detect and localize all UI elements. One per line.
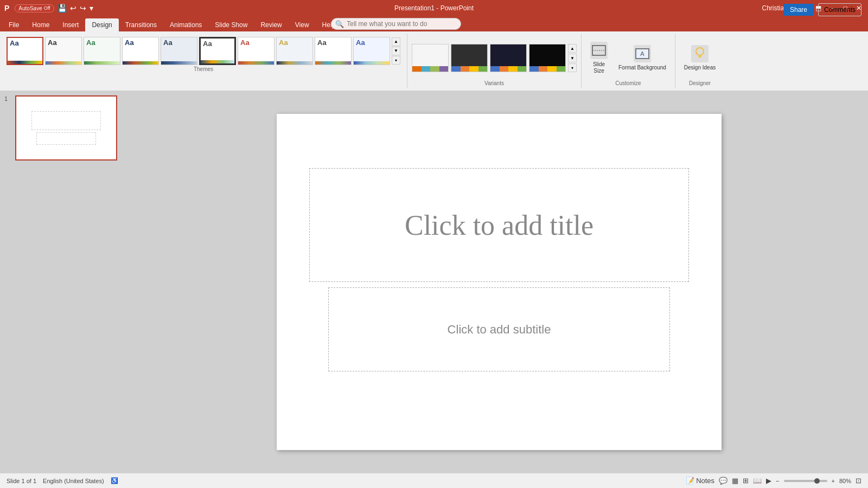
slide-count: Slide 1 of 1 <box>7 478 36 484</box>
redo-button[interactable]: ↪ <box>80 4 86 12</box>
theme-2[interactable]: Aa <box>45 37 82 65</box>
design-ideas-icon <box>691 45 709 62</box>
undo-button[interactable]: ↩ <box>70 4 76 12</box>
slide-panel: 1 <box>0 91 130 473</box>
slide-show-button[interactable]: ▶ <box>766 477 771 485</box>
theme-madison[interactable]: Aa <box>276 37 313 65</box>
theme-facet[interactable]: Aa <box>84 37 120 65</box>
designer-label: Designer <box>678 80 722 88</box>
search-icon: 🔍 <box>335 20 344 28</box>
search-bar[interactable]: 🔍 <box>331 16 461 31</box>
slide-sorter-button[interactable]: ⊞ <box>743 477 749 485</box>
fit-to-window-button[interactable]: ⊡ <box>856 477 861 485</box>
zoom-slider[interactable] <box>784 480 827 482</box>
themes-label: Themes <box>4 66 403 74</box>
themes-section: Aa Aa Aa Aa Aa <box>0 34 407 88</box>
theme-ion[interactable]: Aa <box>238 37 275 65</box>
subtitle-placeholder[interactable]: Click to add subtitle <box>328 287 670 371</box>
slide-number: 1 <box>4 95 12 102</box>
variants-label: Variants <box>412 80 577 88</box>
zoom-minus-button[interactable]: − <box>776 478 779 484</box>
normal-view-button[interactable]: ▦ <box>732 477 738 485</box>
title-placeholder[interactable]: Click to add title <box>309 168 689 282</box>
designer-section: Design Ideas Designer <box>675 34 724 88</box>
slide-size-button[interactable]: SlideSize <box>586 40 612 76</box>
save-button[interactable]: 💾 <box>58 4 67 12</box>
variant-4[interactable] <box>529 44 566 72</box>
search-input[interactable] <box>331 18 461 30</box>
theme-slate[interactable]: Aa <box>353 37 390 65</box>
tab-design[interactable]: Design <box>85 18 118 31</box>
language-indicator: English (United States) <box>43 478 104 484</box>
gallery-up-button[interactable]: ▲ <box>392 37 400 46</box>
powerpoint-logo-icon: P <box>4 4 9 12</box>
design-ideas-label: Design Ideas <box>684 65 716 71</box>
tab-slideshow[interactable]: Slide Show <box>208 18 254 31</box>
design-ideas-button[interactable]: Design Ideas <box>680 43 720 73</box>
slide-thumbnail-item[interactable]: 1 <box>4 95 126 160</box>
accessibility-icon: ♿ <box>111 477 118 484</box>
title-placeholder-text: Click to add title <box>405 209 593 241</box>
variants-scroll: ▲ ▼ ▾ <box>568 44 577 72</box>
tab-home[interactable]: Home <box>25 18 56 31</box>
title-bar: P AutoSave Off 💾 ↩ ↪ ▾ Presentation1 - P… <box>0 0 868 16</box>
tab-view[interactable]: View <box>289 18 316 31</box>
status-bar: Slide 1 of 1 English (United States) ♿ 📝… <box>0 473 868 488</box>
gallery-more-button[interactable]: ▾ <box>392 56 400 65</box>
status-left: Slide 1 of 1 English (United States) ♿ <box>7 477 118 484</box>
svg-point-4 <box>696 48 704 55</box>
comments-panel-button[interactable]: 💬 <box>719 477 727 485</box>
subtitle-placeholder-text: Click to add subtitle <box>448 323 551 337</box>
variants-section: ▲ ▼ ▾ Variants <box>407 34 582 88</box>
svg-text:A: A <box>640 50 644 57</box>
canvas-area: Click to add title Click to add subtitle <box>130 91 868 473</box>
reading-view-button[interactable]: 📖 <box>753 477 762 485</box>
title-bar-left: P AutoSave Off 💾 ↩ ↪ ▾ <box>4 4 93 12</box>
tab-review[interactable]: Review <box>254 18 288 31</box>
status-right: 📝 Notes 💬 ▦ ⊞ 📖 ▶ − + 80% ⊡ <box>686 477 862 485</box>
customize-section: SlideSize A Format Background Customize <box>582 34 675 88</box>
zoom-thumb <box>814 478 820 484</box>
customize-label: Customize <box>584 80 673 88</box>
theme-frame[interactable]: Aa <box>199 37 236 65</box>
customize-qat-button[interactable]: ▾ <box>90 4 93 12</box>
format-background-button[interactable]: A Format Background <box>614 43 671 73</box>
tab-file[interactable]: File <box>2 18 25 31</box>
gallery-down-button[interactable]: ▼ <box>392 47 400 55</box>
share-button[interactable]: Share <box>783 4 814 16</box>
slide-size-label: SlideSize <box>593 61 605 74</box>
slide-size-icon <box>590 42 608 59</box>
window-title: Presentation1 - PowerPoint <box>394 4 474 12</box>
main-area: 1 Click to add title Click to add subtit… <box>0 91 868 473</box>
theme-office[interactable]: Aa <box>7 37 43 65</box>
notes-button[interactable]: 📝 Notes <box>686 477 715 485</box>
tab-transitions[interactable]: Transitions <box>119 18 163 31</box>
zoom-plus-button[interactable]: + <box>832 478 835 484</box>
slide-canvas[interactable]: Click to add title Click to add subtitle <box>277 114 722 450</box>
theme-retrospect[interactable]: Aa <box>315 37 352 65</box>
theme-integral[interactable]: Aa <box>122 37 159 65</box>
format-background-icon: A <box>634 45 651 62</box>
comments-button[interactable]: Comments <box>818 3 861 16</box>
variant-1[interactable] <box>412 44 449 72</box>
tab-insert[interactable]: Insert <box>56 18 85 31</box>
ribbon-actions: Share Comments <box>783 3 868 16</box>
format-background-label: Format Background <box>618 65 666 71</box>
theme-gallery-arrows: ▲ ▼ ▾ <box>392 37 400 65</box>
theme-ion-boardroom[interactable]: Aa <box>161 37 197 65</box>
variants-down-button[interactable]: ▼ <box>568 54 577 62</box>
ribbon-tabs: File Home Insert Design Transitions Anim… <box>0 16 868 31</box>
variants-up-button[interactable]: ▲ <box>568 44 577 53</box>
autosave-toggle[interactable]: AutoSave Off <box>15 4 54 12</box>
variants-more-button[interactable]: ▾ <box>568 63 577 72</box>
slide-thumbnail[interactable] <box>15 95 117 160</box>
ribbon: Aa Aa Aa Aa Aa <box>0 31 868 91</box>
tab-animations[interactable]: Animations <box>163 18 208 31</box>
variant-3[interactable] <box>490 44 527 72</box>
zoom-level: 80% <box>839 478 851 484</box>
variant-2[interactable] <box>451 44 488 72</box>
